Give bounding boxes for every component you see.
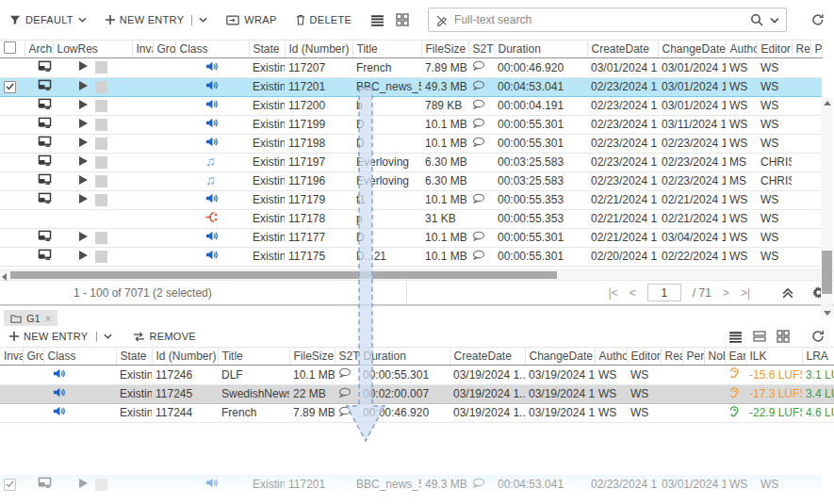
pencil-off-icon[interactable] bbox=[435, 14, 448, 26]
select-all-checkbox[interactable] bbox=[0, 41, 25, 58]
table-row[interactable]: Existing117201BBC_news_5...49.3 MB00:04:… bbox=[0, 77, 822, 96]
play-button[interactable] bbox=[77, 155, 89, 170]
column-header-grou[interactable]: Grou bbox=[153, 41, 175, 58]
list-view-button[interactable] bbox=[370, 14, 384, 26]
column-header-ilk[interactable]: ILK bbox=[745, 348, 802, 366]
column-header-grou[interactable]: Grou bbox=[23, 348, 43, 366]
last-page-button[interactable]: >| bbox=[741, 286, 750, 300]
table-row[interactable]: Existing117178p31 KB00:00:55.35302/21/20… bbox=[0, 209, 822, 228]
column-header-lra[interactable]: LRA bbox=[802, 348, 834, 366]
play-button[interactable] bbox=[77, 174, 89, 188]
column-header-id[interactable]: Id (Number) bbox=[285, 41, 352, 58]
next-page-button[interactable]: > bbox=[723, 286, 729, 300]
column-header-changedate[interactable]: ChangeDate bbox=[525, 348, 595, 366]
search-input[interactable] bbox=[454, 13, 744, 26]
close-tab-icon[interactable]: × bbox=[45, 313, 51, 324]
column-header-ears[interactable]: Ears bbox=[725, 348, 745, 366]
scrollbar-thumb[interactable] bbox=[822, 251, 832, 294]
column-header-perfe[interactable]: Perfe bbox=[682, 348, 704, 366]
column-header-class[interactable]: Class bbox=[43, 348, 116, 366]
new-entry-button[interactable]: NEW ENTRY bbox=[106, 14, 208, 25]
prev-page-button[interactable]: < bbox=[630, 286, 636, 300]
column-header-editor[interactable]: Editor bbox=[627, 348, 661, 366]
column-header-duration[interactable]: Duration bbox=[494, 41, 587, 58]
play-button[interactable] bbox=[77, 99, 89, 113]
column-header-state[interactable]: State bbox=[116, 348, 152, 366]
column-header-title[interactable]: Title bbox=[218, 348, 289, 366]
refresh-icon[interactable] bbox=[811, 330, 825, 343]
scroll-down-button[interactable] bbox=[824, 311, 831, 316]
column-header-author[interactable]: Author bbox=[595, 348, 627, 366]
column-header-lowres[interactable]: LowRes bbox=[53, 41, 132, 58]
play-button[interactable] bbox=[77, 250, 89, 264]
column-header-s2t[interactable]: S2T bbox=[468, 41, 494, 58]
column-header-filesize[interactable]: FileSize bbox=[289, 348, 335, 366]
column-header-createdate[interactable]: CreateDate bbox=[587, 41, 658, 58]
column-header-s2t[interactable]: S2T bbox=[335, 348, 359, 366]
search-icon[interactable] bbox=[750, 13, 763, 26]
column-header-state[interactable]: State bbox=[249, 41, 285, 58]
filter-default-button[interactable]: DEFAULT bbox=[9, 14, 87, 25]
play-button[interactable] bbox=[77, 118, 89, 132]
list-view-button[interactable] bbox=[728, 331, 743, 343]
scroll-left-button[interactable] bbox=[2, 273, 7, 281]
column-header-duration[interactable]: Duration bbox=[359, 348, 450, 366]
column-header-inval[interactable]: Inval bbox=[0, 348, 23, 366]
table-row[interactable]: Existing117201BBC_news_5...49.3 MB00:04:… bbox=[0, 475, 822, 493]
table-row[interactable]: ♫Existing117197Everloving6.30 MB00:03:25… bbox=[0, 153, 822, 171]
play-button[interactable] bbox=[77, 137, 89, 151]
scroll-up-button[interactable] bbox=[824, 101, 831, 106]
grid-view-button[interactable] bbox=[777, 330, 790, 343]
wrap-button[interactable]: WRAP bbox=[226, 14, 276, 25]
play-button[interactable] bbox=[77, 231, 89, 245]
refresh-icon[interactable] bbox=[811, 13, 825, 26]
table-row[interactable]: Existing117199D10.1 MB00:00:55.30102/23/… bbox=[0, 115, 822, 134]
checkbox-checked[interactable] bbox=[4, 479, 16, 491]
column-header-title[interactable]: Title bbox=[352, 41, 421, 58]
view-mode-switcher bbox=[370, 13, 409, 26]
group-new-entry-button[interactable]: NEW ENTRY bbox=[9, 331, 112, 342]
play-button[interactable] bbox=[77, 80, 89, 94]
play-button[interactable] bbox=[77, 60, 89, 74]
column-header-changedate[interactable]: ChangeDate bbox=[658, 41, 726, 58]
table-row[interactable]: Existing117198D10.1 MB00:00:55.30102/23/… bbox=[0, 134, 822, 153]
tab-g1[interactable]: G1 × bbox=[4, 310, 57, 326]
column-header-class[interactable]: Class bbox=[175, 41, 249, 58]
column-header-createdate[interactable]: CreateDate bbox=[450, 348, 525, 366]
column-header-editor[interactable]: Editor bbox=[757, 41, 792, 58]
column-header-id[interactable]: Id (Number) bbox=[152, 348, 218, 366]
table-row[interactable]: Existing117175D...2110.1 MB00:00:55.3010… bbox=[0, 247, 822, 266]
table-row[interactable]: Existing117246DLF10.1 MB00:00:55.30103/1… bbox=[0, 366, 834, 384]
vertical-scrollbar[interactable] bbox=[821, 98, 833, 318]
column-header-perf[interactable]: Perfo bbox=[810, 41, 822, 58]
column-header-node[interactable]: NoDe bbox=[704, 348, 725, 366]
horizontal-scrollbar[interactable] bbox=[0, 269, 834, 281]
split-view-button[interactable] bbox=[753, 331, 766, 342]
table-row[interactable]: Existing117244French7.89 MB00:00:46.9200… bbox=[0, 403, 834, 422]
column-header-archi[interactable]: Archi bbox=[25, 41, 53, 58]
table-row[interactable]: Existing117177D10.1 MB00:00:55.30102/21/… bbox=[0, 228, 822, 247]
column-header-read[interactable]: Read bbox=[792, 41, 810, 58]
table-row[interactable]: Existing117200b789 KB00:00:04.19102/23/2… bbox=[0, 96, 822, 115]
grid-view-button[interactable] bbox=[396, 13, 409, 26]
page-number-input[interactable] bbox=[647, 284, 681, 301]
speech-to-text-icon bbox=[338, 406, 352, 417]
table-row[interactable]: ♫Existing117196Everloving6.30 MB00:03:25… bbox=[0, 171, 822, 190]
column-header-author[interactable]: Author bbox=[726, 41, 757, 58]
table-row[interactable]: Existing117207French7.89 MB00:00:46.9200… bbox=[0, 58, 822, 77]
first-page-button[interactable]: |< bbox=[609, 286, 618, 300]
chevron-down-icon[interactable] bbox=[770, 17, 779, 24]
collapse-panel-icon[interactable] bbox=[782, 287, 793, 299]
play-button[interactable] bbox=[77, 478, 89, 492]
table-row[interactable]: Existing117245SwedishNews22 MB00:02:00.0… bbox=[0, 384, 834, 403]
checkbox-checked[interactable] bbox=[4, 81, 16, 93]
delete-button[interactable]: DELETE bbox=[296, 14, 352, 25]
column-header-inval[interactable]: Inval bbox=[132, 41, 153, 58]
column-header-read[interactable]: Read bbox=[661, 348, 682, 366]
scrollbar-thumb[interactable] bbox=[10, 271, 557, 279]
remove-button[interactable]: REMOVE bbox=[133, 331, 196, 342]
table-row[interactable]: Existing117179t110.1 MB00:00:55.35302/21… bbox=[0, 190, 822, 209]
results-table-body: Existing117207French7.89 MB00:00:46.9200… bbox=[0, 58, 834, 269]
column-header-filesize[interactable]: FileSize bbox=[421, 41, 468, 58]
play-button[interactable] bbox=[77, 193, 89, 207]
